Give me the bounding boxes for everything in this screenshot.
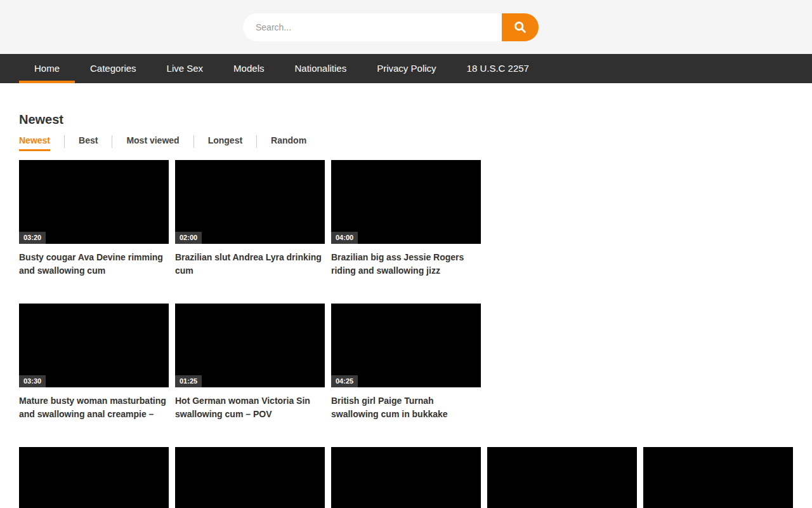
video-title[interactable]: British girl Paige Turnah swallowing cum…	[331, 394, 481, 421]
video-row	[19, 447, 793, 508]
video-card[interactable]	[19, 447, 169, 508]
tab-random[interactable]: Random	[271, 135, 306, 151]
duration-badge: 02:00	[175, 232, 202, 244]
nav-item-models[interactable]: Models	[218, 54, 279, 83]
video-card[interactable]: 04:00Brazilian big ass Jessie Rogers rid…	[331, 160, 481, 277]
sort-tabs: NewestBestMost viewedLongestRandom	[19, 135, 793, 151]
duration-badge: 04:00	[331, 232, 358, 244]
video-thumbnail[interactable]: 03:30	[19, 304, 169, 387]
video-card[interactable]: 02:00Brazilian slut Andrea Lyra drinking…	[175, 160, 325, 277]
main-nav: HomeCategoriesLive SexModelsNationalitie…	[0, 54, 812, 83]
tab-separator	[112, 135, 112, 148]
search-form	[243, 13, 539, 41]
nav-item-nationalities[interactable]: Nationalities	[279, 54, 362, 83]
video-card[interactable]	[643, 447, 793, 508]
nav-item-18-u-s-c-2257[interactable]: 18 U.S.C 2257	[452, 54, 544, 83]
video-grid: 03:20Busty cougar Ava Devine rimming and…	[19, 160, 793, 508]
video-card[interactable]: 01:25Hot German woman Victoria Sin swall…	[175, 304, 325, 421]
nav-item-live-sex[interactable]: Live Sex	[152, 54, 219, 83]
video-thumbnail[interactable]: 03:20	[19, 160, 169, 244]
video-title[interactable]: Busty cougar Ava Devine rimming and swal…	[19, 251, 169, 277]
search-button[interactable]	[502, 13, 539, 41]
video-thumbnail[interactable]: 02:00	[175, 160, 325, 244]
nav-item-home[interactable]: Home	[19, 54, 75, 83]
duration-badge: 03:30	[19, 375, 46, 387]
tab-longest[interactable]: Longest	[208, 135, 242, 151]
video-thumbnail[interactable]	[487, 447, 637, 508]
video-card[interactable]: 04:25British girl Paige Turnah swallowin…	[331, 304, 481, 421]
duration-badge: 03:20	[19, 232, 46, 244]
video-card[interactable]	[487, 447, 637, 508]
video-thumbnail[interactable]	[643, 447, 793, 508]
tab-separator	[193, 135, 194, 148]
duration-badge: 04:25	[331, 375, 358, 387]
video-title[interactable]: Mature busty woman masturbating and swal…	[19, 394, 169, 421]
video-title[interactable]: Brazilian big ass Jessie Rogers riding a…	[331, 251, 481, 277]
nav-item-privacy-policy[interactable]: Privacy Policy	[362, 54, 451, 83]
video-card[interactable]	[175, 447, 325, 508]
tab-separator	[64, 135, 65, 148]
video-thumbnail[interactable]: 01:25	[175, 304, 325, 387]
video-card[interactable]: 03:20Busty cougar Ava Devine rimming and…	[19, 160, 169, 277]
video-card[interactable]	[331, 447, 481, 508]
video-thumbnail[interactable]: 04:25	[331, 304, 481, 387]
tab-newest[interactable]: Newest	[19, 135, 50, 151]
tab-separator	[256, 135, 257, 148]
search-icon	[513, 20, 527, 34]
video-row: 03:30Mature busty woman masturbating and…	[19, 304, 793, 421]
tab-best[interactable]: Best	[79, 135, 98, 151]
page-title: Newest	[19, 112, 793, 127]
video-thumbnail[interactable]	[331, 447, 481, 508]
nav-item-categories[interactable]: Categories	[75, 54, 152, 83]
video-title[interactable]: Hot German woman Victoria Sin swallowing…	[175, 394, 325, 421]
video-card[interactable]: 03:30Mature busty woman masturbating and…	[19, 304, 169, 421]
video-row: 03:20Busty cougar Ava Devine rimming and…	[19, 160, 793, 277]
video-thumbnail[interactable]	[19, 447, 169, 508]
video-thumbnail[interactable]	[175, 447, 325, 508]
search-input[interactable]	[243, 13, 502, 41]
video-thumbnail[interactable]: 04:00	[331, 160, 481, 244]
tab-most-viewed[interactable]: Most viewed	[126, 135, 179, 151]
main-content: Newest NewestBestMost viewedLongestRando…	[0, 112, 812, 508]
video-title[interactable]: Brazilian slut Andrea Lyra drinking cum	[175, 251, 325, 277]
top-header	[0, 0, 812, 54]
duration-badge: 01:25	[175, 375, 202, 387]
